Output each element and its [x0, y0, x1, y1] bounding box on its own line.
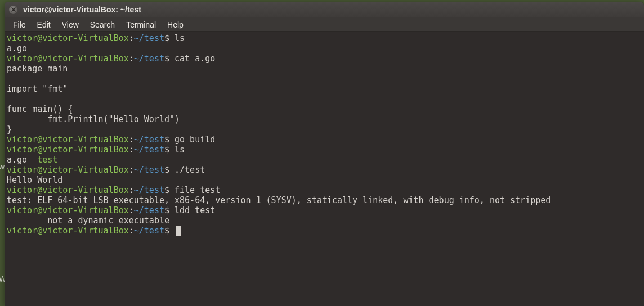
menu-edit[interactable]: Edit — [32, 19, 56, 31]
output-text: func main() { — [7, 104, 73, 114]
output-text: Hello World — [7, 175, 62, 185]
desktop-left-strip: w W — [0, 0, 5, 306]
terminal-line: victor@victor-VirtualBox:~/test$ ls — [7, 33, 642, 43]
output-line — [7, 74, 642, 84]
output-line: a.go test — [7, 155, 642, 165]
menu-terminal[interactable]: Terminal — [121, 19, 161, 31]
close-icon[interactable] — [9, 6, 17, 14]
strip-char-top: w — [0, 162, 5, 171]
prompt-separator: : — [129, 165, 134, 175]
titlebar[interactable]: victor@victor-VirtualBox: ~/test — [5, 2, 644, 17]
output-line: import "fmt" — [7, 84, 642, 94]
output-text: } — [7, 124, 12, 134]
prompt-separator: : — [129, 185, 134, 195]
output-line: Hello World — [7, 175, 642, 185]
output-text: not a dynamic executable — [7, 215, 169, 226]
prompt-path: ~/test — [134, 226, 164, 236]
prompt-user-host: victor@victor-VirtualBox — [7, 205, 129, 215]
command-text: ls — [175, 145, 185, 155]
output-line: a.go — [7, 43, 642, 53]
command-text: file test — [175, 185, 220, 195]
terminal-line: victor@victor-VirtualBox:~/test$ cat a.g… — [7, 53, 642, 64]
terminal-line: victor@victor-VirtualBox:~/test$ go buil… — [7, 134, 642, 145]
command-text: cat a.go — [175, 53, 215, 64]
output-line: test: ELF 64-bit LSB executable, x86-64,… — [7, 195, 642, 205]
ls-executable: test — [37, 155, 57, 165]
prompt-separator: : — [129, 205, 134, 215]
prompt-user-host: victor@victor-VirtualBox — [7, 185, 129, 195]
terminal-line: victor@victor-VirtualBox:~/test$ ls — [7, 145, 642, 155]
cursor — [176, 226, 181, 236]
prompt-user-host: victor@victor-VirtualBox — [7, 33, 129, 43]
menu-help[interactable]: Help — [162, 19, 189, 31]
prompt-dollar: $ — [164, 33, 175, 43]
menu-view[interactable]: View — [57, 19, 84, 31]
command-text: go build — [175, 134, 215, 145]
output-line: func main() { — [7, 104, 642, 114]
prompt-user-host: victor@victor-VirtualBox — [7, 53, 129, 64]
output-line: not a dynamic executable — [7, 215, 642, 226]
command-text: ldd test — [175, 205, 215, 215]
terminal-window: victor@victor-VirtualBox: ~/test File Ed… — [5, 2, 644, 306]
terminal-line: victor@victor-VirtualBox:~/test$ ldd tes… — [7, 205, 642, 215]
prompt-path: ~/test — [134, 134, 164, 145]
output-text: import "fmt" — [7, 84, 68, 94]
prompt-dollar: $ — [164, 165, 175, 175]
prompt-separator: : — [129, 53, 134, 64]
output-text: package main — [7, 64, 68, 74]
prompt-dollar: $ — [164, 226, 175, 236]
output-text: a.go — [7, 43, 27, 53]
prompt-dollar: $ — [164, 185, 175, 195]
prompt-separator: : — [129, 134, 134, 145]
prompt-path: ~/test — [134, 53, 164, 64]
prompt-dollar: $ — [164, 145, 175, 155]
menu-file[interactable]: File — [8, 19, 31, 31]
prompt-dollar: $ — [164, 205, 175, 215]
prompt-user-host: victor@victor-VirtualBox — [7, 134, 129, 145]
terminal-body[interactable]: victor@victor-VirtualBox:~/test$ lsa.gov… — [5, 32, 644, 306]
terminal-line: victor@victor-VirtualBox:~/test$ file te… — [7, 185, 642, 195]
prompt-user-host: victor@victor-VirtualBox — [7, 165, 129, 175]
menu-search[interactable]: Search — [85, 19, 120, 31]
prompt-path: ~/test — [134, 205, 164, 215]
ls-file: a.go — [7, 155, 37, 165]
prompt-user-host: victor@victor-VirtualBox — [7, 145, 129, 155]
prompt-separator: : — [129, 33, 134, 43]
output-text: test: ELF 64-bit LSB executable, x86-64,… — [7, 195, 551, 205]
prompt-path: ~/test — [134, 33, 164, 43]
menubar: File Edit View Search Terminal Help — [5, 17, 644, 32]
terminal-line: victor@victor-VirtualBox:~/test$ ./test — [7, 165, 642, 175]
output-line — [7, 94, 642, 104]
output-line: } — [7, 124, 642, 134]
prompt-separator: : — [129, 226, 134, 236]
command-text: ls — [175, 33, 185, 43]
prompt-path: ~/test — [134, 185, 164, 195]
prompt-path: ~/test — [134, 165, 164, 175]
terminal-line: victor@victor-VirtualBox:~/test$ — [7, 226, 642, 236]
output-line: fmt.Println("Hello World") — [7, 114, 642, 124]
prompt-dollar: $ — [164, 53, 175, 64]
window-title: victor@victor-VirtualBox: ~/test — [23, 5, 141, 14]
prompt-path: ~/test — [134, 145, 164, 155]
output-text: fmt.Println("Hello World") — [7, 114, 180, 124]
prompt-user-host: victor@victor-VirtualBox — [7, 226, 129, 236]
prompt-dollar: $ — [164, 134, 175, 145]
output-line: package main — [7, 64, 642, 74]
command-text: ./test — [175, 165, 205, 175]
prompt-separator: : — [129, 145, 134, 155]
